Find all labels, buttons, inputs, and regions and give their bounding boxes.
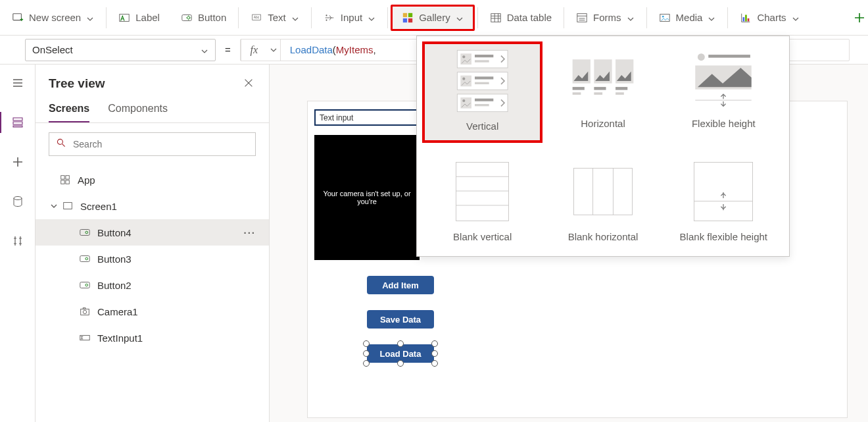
gallery-option[interactable]: Vertical <box>422 41 542 143</box>
more-icon[interactable]: ··· <box>243 227 256 238</box>
tree-search[interactable] <box>49 132 256 156</box>
ribbon-new-screen[interactable]: New screen <box>3 5 103 31</box>
ribbon-label: Charts <box>757 12 786 23</box>
resize-handle[interactable] <box>363 350 370 357</box>
ribbon-gallery[interactable]: Gallery <box>391 5 475 31</box>
chevron-down-icon <box>708 14 715 22</box>
tree-list: App···Screen1···Button4···Button3···Butt… <box>36 165 269 352</box>
chevron-down-icon <box>627 14 635 22</box>
canvas-btn-add[interactable]: Add Item <box>367 276 434 294</box>
tree-item-label: Camera1 <box>97 306 138 317</box>
gallery-option[interactable]: Horizontal <box>542 41 663 143</box>
resize-handle[interactable] <box>431 360 438 367</box>
tree-item[interactable]: App··· <box>36 167 269 193</box>
svg-rect-58 <box>594 87 606 90</box>
ribbon-label-ctrl[interactable]: Label <box>109 5 169 31</box>
ribbon-datatable[interactable]: Data table <box>481 5 561 31</box>
canvas-textinput[interactable]: Text input <box>314 109 420 126</box>
svg-rect-10 <box>403 18 407 22</box>
left-rail <box>0 65 36 422</box>
ribbon-forms[interactable]: Forms <box>567 5 644 31</box>
svg-point-7 <box>326 19 327 20</box>
tree-item-label: Button3 <box>97 253 132 265</box>
hamburger-icon[interactable] <box>7 72 28 93</box>
tree-search-input[interactable] <box>73 139 249 149</box>
resize-handle[interactable] <box>397 360 404 367</box>
svg-rect-0 <box>13 13 22 20</box>
insert-icon[interactable] <box>7 151 28 172</box>
tree-item-label: App <box>78 174 95 186</box>
tok-func: LoadData <box>290 44 333 55</box>
canvas-camera[interactable]: Your camera isn't set up, or you're <box>314 135 420 260</box>
property-select[interactable]: OnSelect <box>25 39 216 61</box>
chevron-down-icon <box>201 46 208 54</box>
resize-handle[interactable] <box>431 340 438 347</box>
gallery-option[interactable]: Blank flexible height <box>663 155 784 251</box>
tree-view-icon[interactable] <box>7 112 28 133</box>
add-icon[interactable] <box>854 12 865 24</box>
fx-label: fx <box>241 39 267 61</box>
svg-rect-33 <box>80 282 89 288</box>
media-icon <box>659 12 671 24</box>
tree-item[interactable]: Button3··· <box>36 246 269 272</box>
svg-rect-12 <box>491 13 500 22</box>
svg-point-46 <box>462 78 465 80</box>
svg-rect-62 <box>615 92 624 95</box>
close-icon[interactable] <box>243 77 256 90</box>
chevron-down-icon <box>368 14 375 22</box>
canvas-btn-save[interactable]: Save Data <box>367 310 434 329</box>
tab-screens[interactable]: Screens <box>49 103 89 122</box>
button-icon <box>79 279 91 291</box>
chevron-down-icon <box>86 14 94 22</box>
svg-rect-47 <box>475 76 493 79</box>
svg-rect-24 <box>61 176 64 179</box>
svg-rect-43 <box>475 60 489 62</box>
camera-icon <box>79 305 91 317</box>
tree-item[interactable]: Button2··· <box>36 272 269 298</box>
svg-rect-71 <box>573 169 632 215</box>
svg-rect-55 <box>573 87 585 90</box>
separator <box>646 7 647 28</box>
gallery-option[interactable]: Blank vertical <box>422 155 542 251</box>
resize-handle[interactable] <box>363 360 370 367</box>
button-icon <box>79 226 91 238</box>
svg-text:Abc: Abc <box>254 16 260 19</box>
gallery-option-thumb <box>450 159 516 224</box>
gallery-option-label: Blank horizontal <box>568 231 639 243</box>
svg-rect-29 <box>80 230 89 236</box>
svg-rect-53 <box>475 104 489 106</box>
camera-message: Your camera isn't set up, or you're <box>317 190 417 205</box>
svg-rect-31 <box>80 256 89 262</box>
tree-item[interactable]: Screen1··· <box>36 193 269 219</box>
svg-rect-27 <box>66 180 69 184</box>
insert-ribbon: New screen Label Button Abc Text Input G… <box>0 0 868 36</box>
ribbon-text[interactable]: Abc Text <box>241 5 308 31</box>
tree-item[interactable]: Button4··· <box>36 219 269 246</box>
tree-item[interactable]: Camera1··· <box>36 298 269 325</box>
resize-handle[interactable] <box>431 350 438 357</box>
formula-expand[interactable] <box>267 39 280 61</box>
chevron-down-icon[interactable] <box>49 201 59 211</box>
svg-rect-20 <box>13 122 22 124</box>
svg-rect-18 <box>748 18 750 21</box>
resize-handle[interactable] <box>363 340 370 347</box>
ribbon-charts[interactable]: Charts <box>731 5 808 31</box>
ribbon-media[interactable]: Media <box>650 5 725 31</box>
svg-point-36 <box>83 310 86 313</box>
tok-arg: MyItems <box>336 44 374 55</box>
data-icon[interactable] <box>7 191 28 212</box>
tree-item[interactable]: TextInput1··· <box>36 325 269 351</box>
gallery-option-label: Horizontal <box>581 118 625 130</box>
separator <box>106 7 107 28</box>
tab-components[interactable]: Components <box>108 103 168 122</box>
resize-handle[interactable] <box>397 340 404 347</box>
text-icon: Abc <box>251 12 262 24</box>
canvas-btn-load[interactable]: Load Data <box>367 344 434 363</box>
svg-rect-8 <box>403 13 407 16</box>
tools-icon[interactable] <box>7 230 28 251</box>
ribbon-button-ctrl[interactable]: Button <box>172 5 235 31</box>
ribbon-label: Button <box>198 12 226 23</box>
ribbon-input[interactable]: Input <box>314 5 385 31</box>
gallery-option[interactable]: Blank horizontal <box>542 155 663 251</box>
gallery-option[interactable]: Flexible height <box>663 41 784 143</box>
